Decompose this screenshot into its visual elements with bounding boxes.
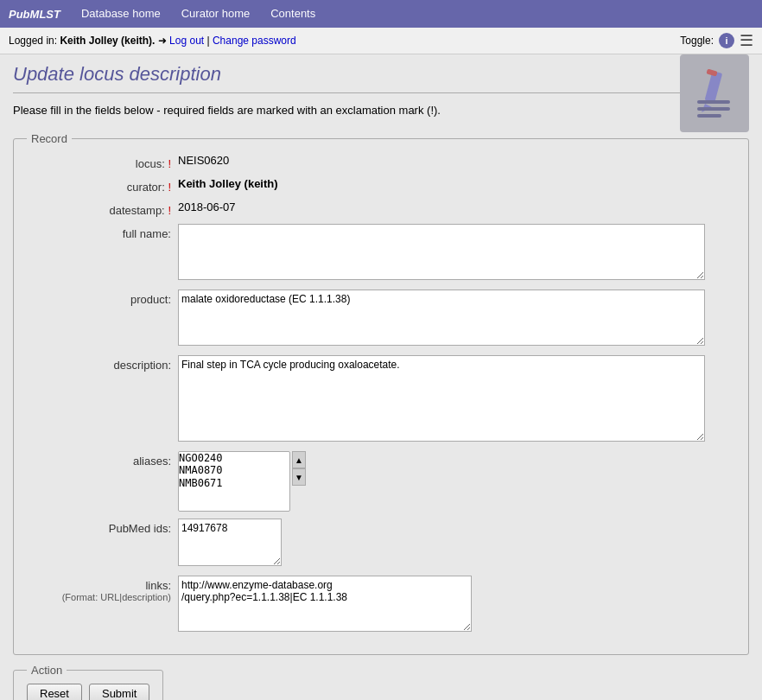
aliases-label: aliases: [27, 451, 178, 468]
login-bar: Logged in: Keith Jolley (keith). ➜ Log o… [0, 28, 762, 54]
datestamp-label: datestamp: ! [27, 200, 178, 217]
description-label: description: [27, 355, 178, 372]
links-format-hint: (Format: URL|description) [27, 592, 171, 602]
aliases-select-area: NGO0240 NMA0870 NMB0671 ▲ ▼ [178, 451, 735, 512]
product-row: product: malate oxidoreductase (EC 1.1.1… [27, 290, 735, 348]
login-info: Logged in: Keith Jolley (keith). ➜ Log o… [9, 35, 296, 47]
aliases-scroll: ▲ ▼ [292, 451, 306, 486]
brand-logo[interactable]: PubMLST [9, 8, 71, 21]
curator-value: Keith Jolley (keith) [178, 177, 735, 190]
logged-in-prefix: Logged in: [9, 35, 60, 47]
toggle-label: Toggle: [680, 35, 714, 47]
links-value: http://www.enzyme-database.org /query.ph… [178, 576, 735, 634]
nav-curator-home[interactable]: Curator home [171, 0, 260, 28]
aliases-value: NGO0240 NMA0870 NMB0671 ▲ ▼ [178, 451, 735, 512]
locus-label: locus: ! [27, 154, 178, 170]
locus-value: NEIS0620 [178, 154, 735, 167]
pubmed-label: PubMed ids: [27, 519, 178, 535]
description-input[interactable]: Final step in TCA cycle producing oxaloa… [178, 355, 705, 442]
description-row: description: Final step in TCA cycle pro… [27, 355, 735, 444]
pubmed-value: 14917678 [178, 519, 735, 569]
submit-button[interactable]: Submit [89, 684, 149, 700]
aliases-scroll-up[interactable]: ▲ [292, 451, 306, 468]
full-name-input[interactable] [178, 224, 705, 280]
product-input[interactable]: malate oxidoreductase (EC 1.1.1.38) [178, 290, 705, 346]
info-icon[interactable]: i [719, 33, 734, 48]
datestamp-row: datestamp: ! 2018-06-07 [27, 200, 735, 217]
record-legend: Record [27, 132, 72, 145]
page-title: Update locus description [13, 63, 749, 93]
hamburger-icon[interactable]: ☰ [740, 31, 753, 50]
datestamp-value: 2018-06-07 [178, 200, 735, 213]
edit-icon [693, 67, 736, 119]
curator-row: curator: ! Keith Jolley (keith) [27, 177, 735, 194]
record-fieldset: Record locus: ! NEIS0620 curator: ! Keit… [13, 132, 749, 655]
links-input[interactable]: http://www.enzyme-database.org /query.ph… [178, 576, 472, 632]
svg-rect-5 [697, 114, 721, 118]
full-name-label: full name: [27, 224, 178, 240]
product-label: product: [27, 290, 178, 306]
action-buttons: Reset Submit [27, 684, 149, 700]
change-password-link[interactable]: Change password [213, 35, 296, 47]
logout-link[interactable]: Log out [169, 35, 204, 47]
reset-button[interactable]: Reset [27, 684, 82, 700]
logout-icon: ➜ [158, 35, 167, 47]
svg-rect-3 [697, 100, 730, 104]
product-value: malate oxidoreductase (EC 1.1.1.38) [178, 290, 735, 348]
full-name-row: full name: [27, 224, 735, 283]
links-label: links: (Format: URL|description) [27, 576, 178, 602]
nav-contents[interactable]: Contents [260, 0, 326, 28]
pubmed-row: PubMed ids: 14917678 [27, 519, 735, 569]
aliases-row: aliases: NGO0240 NMA0870 NMB0671 ▲ ▼ [27, 451, 735, 512]
page-content: Update locus description Please fill in … [0, 54, 762, 700]
links-row: links: (Format: URL|description) http://… [27, 576, 735, 634]
aliases-listbox[interactable]: NGO0240 NMA0870 NMB0671 [178, 451, 290, 512]
action-legend: Action [27, 664, 67, 677]
aliases-scroll-down[interactable]: ▼ [292, 468, 306, 486]
toggle-area: Toggle: i ☰ [680, 31, 753, 50]
locus-row: locus: ! NEIS0620 [27, 154, 735, 170]
edit-icon-area [680, 54, 749, 132]
action-fieldset: Action Reset Submit [13, 664, 163, 700]
description-value: Final step in TCA cycle producing oxaloa… [178, 355, 735, 444]
nav-database-home[interactable]: Database home [71, 0, 171, 28]
pubmed-input[interactable]: 14917678 [178, 519, 282, 566]
full-name-value [178, 224, 735, 283]
top-navigation: PubMLST Database home Curator home Conte… [0, 0, 762, 28]
instruction-text: Please fill in the fields below - requir… [13, 104, 749, 117]
logged-in-user: Keith Jolley (keith). [60, 35, 155, 47]
svg-rect-4 [697, 107, 730, 111]
curator-label: curator: ! [27, 177, 178, 194]
